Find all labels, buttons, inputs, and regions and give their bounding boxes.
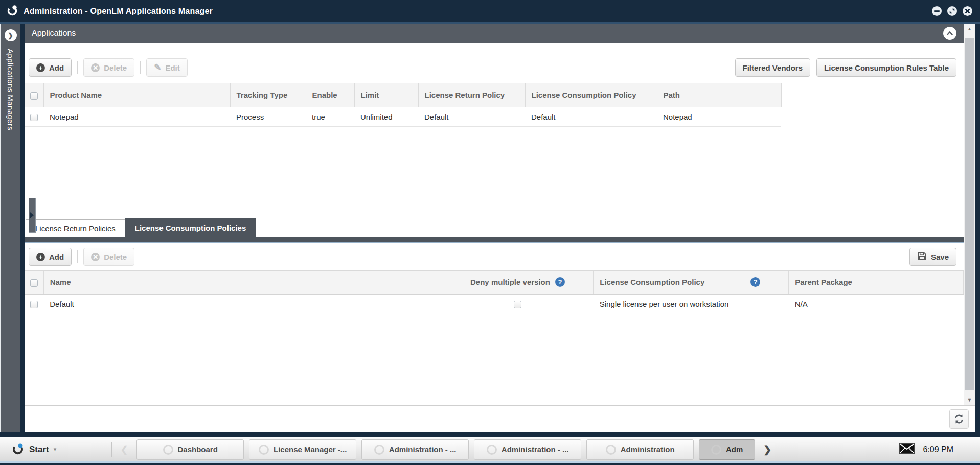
- window-logo-icon: [606, 445, 616, 455]
- filtered-vendors-button[interactable]: Filtered Vendors: [735, 58, 811, 77]
- taskbar-scroll-right-icon[interactable]: ❯: [760, 444, 774, 455]
- applications-panel-header: Applications: [25, 24, 964, 43]
- applications-table: Product Name Tracking Type Enable Limit …: [25, 83, 782, 127]
- help-icon[interactable]: ?: [555, 277, 565, 287]
- applications-table-header-row: Product Name Tracking Type Enable Limit …: [25, 83, 781, 107]
- window-logo-icon: [163, 445, 173, 455]
- sidebar-splitter-handle[interactable]: [29, 198, 36, 233]
- taskbar-button-label: Administration - ...: [502, 445, 569, 454]
- mail-envelope-icon[interactable]: [899, 443, 915, 456]
- add-policy-button[interactable]: + Add: [29, 248, 72, 266]
- tab-license-consumption-policies[interactable]: License Consumption Policies: [125, 218, 256, 237]
- tab-label: License Return Policies: [35, 224, 116, 233]
- taskbar-bottom-strip: [0, 461, 980, 463]
- collapse-panel-button[interactable]: [943, 27, 956, 40]
- row-select-cell: [25, 107, 43, 126]
- column-header-limit[interactable]: Limit: [354, 83, 418, 107]
- cell-license-consumption-policy: Default: [525, 107, 657, 126]
- start-caret-icon: ▾: [54, 446, 57, 453]
- scroll-down-arrow[interactable]: ▼: [964, 395, 975, 405]
- table-row[interactable]: Default Single license per user on works…: [25, 294, 964, 314]
- row-checkbox[interactable]: [30, 114, 38, 121]
- column-header-enable[interactable]: Enable: [306, 83, 354, 107]
- add-application-button[interactable]: + Add: [29, 58, 72, 77]
- openlm-start-logo-icon: [11, 442, 25, 457]
- taskbar-button-dashboard[interactable]: Dashboard: [136, 439, 244, 460]
- applications-panel-title: Applications: [32, 29, 76, 38]
- scroll-up-arrow[interactable]: ▲: [964, 24, 975, 34]
- restore-button[interactable]: [947, 6, 958, 16]
- select-all-header-cell: [25, 271, 43, 294]
- taskbar-button-label: Adm: [726, 445, 743, 454]
- cell-license-consumption-policy: Single license per user on workstation: [594, 294, 789, 314]
- edit-application-button[interactable]: ✎ Edit: [146, 58, 188, 77]
- license-consumption-rules-table-button[interactable]: License Consumption Rules Table: [816, 58, 956, 77]
- taskbar-button-label: Dashboard: [178, 445, 218, 454]
- column-header-tracking-type[interactable]: Tracking Type: [230, 83, 306, 107]
- help-icon[interactable]: ?: [750, 277, 760, 287]
- window-logo-icon: [374, 445, 384, 455]
- column-header-license-return-policy[interactable]: License Return Policy: [418, 83, 525, 107]
- taskbar-button-administration-3[interactable]: Administration: [586, 439, 694, 460]
- window-frame-bottom: [0, 432, 980, 437]
- cell-license-return-policy: Default: [418, 107, 525, 126]
- save-button[interactable]: Save: [909, 248, 956, 266]
- taskbar-button-active-administration[interactable]: Adm: [699, 439, 755, 460]
- taskbar-scroll-left-icon[interactable]: ❮: [117, 444, 131, 455]
- column-header-name[interactable]: Name: [43, 271, 442, 294]
- license-consumption-policy-label: License Consumption Policy: [600, 278, 704, 286]
- column-header-deny-multiple-version[interactable]: Deny multiple version ?: [442, 271, 594, 294]
- sidebar-label: Applications Managers: [6, 49, 15, 130]
- edit-label: Edit: [165, 63, 179, 72]
- toolbar-separator: [140, 61, 141, 74]
- deny-multiple-version-label: Deny multiple version: [470, 278, 550, 286]
- cell-product-name: Notepad: [43, 107, 230, 126]
- scrollbar-thumb[interactable]: [965, 38, 974, 390]
- sidebar-expand-icon[interactable]: ❯: [5, 29, 17, 41]
- start-button[interactable]: Start ▾: [6, 440, 61, 459]
- window-logo-icon: [259, 445, 269, 455]
- x-circle-icon: ✕: [91, 253, 100, 261]
- taskbar-button-license-manager[interactable]: License Manager -...: [249, 439, 356, 460]
- policies-toolbar: + Add ✕ Delete: [25, 243, 964, 271]
- column-header-path[interactable]: Path: [657, 83, 781, 107]
- tab-label: License Consumption Policies: [135, 224, 246, 232]
- tab-license-return-policies[interactable]: License Return Policies: [26, 219, 125, 237]
- refresh-button[interactable]: [949, 409, 969, 429]
- policies-table: Name Deny multiple version ? License Con…: [25, 271, 964, 314]
- filtered-vendors-label: Filtered Vendors: [743, 63, 803, 72]
- openlm-logo-icon: [6, 4, 18, 18]
- cell-name: Default: [43, 294, 442, 314]
- taskbar-button-label: Administration - ...: [389, 445, 457, 454]
- delete-application-button[interactable]: ✕ Delete: [83, 58, 134, 77]
- applications-managers-sidebar: ❯ Applications Managers: [0, 24, 20, 432]
- vertical-scrollbar[interactable]: ▲ ▼: [964, 24, 975, 405]
- row-select-cell: [25, 294, 43, 314]
- taskbar-button-administration-1[interactable]: Administration - ...: [361, 439, 469, 460]
- toolbar-separator: [77, 250, 78, 263]
- start-label: Start: [29, 445, 49, 455]
- cell-enable: true: [306, 107, 354, 126]
- column-header-product-name[interactable]: Product Name: [43, 83, 230, 107]
- deny-multiple-version-checkbox[interactable]: [514, 301, 521, 308]
- taskbar-separator: [111, 442, 112, 457]
- delete-policy-button[interactable]: ✕ Delete: [83, 248, 134, 266]
- cell-limit: Unlimited: [354, 107, 418, 126]
- column-header-license-consumption-policy[interactable]: License Consumption Policy ?: [594, 271, 789, 294]
- taskbar-button-label: License Manager -...: [274, 445, 347, 454]
- table-row[interactable]: Notepad Process true Unlimited Default D…: [25, 107, 781, 126]
- select-all-checkbox[interactable]: [30, 279, 38, 287]
- close-button[interactable]: [962, 6, 973, 16]
- minimize-button[interactable]: [931, 6, 942, 16]
- empty-space: [25, 127, 964, 218]
- row-checkbox[interactable]: [30, 301, 38, 308]
- column-header-parent-package[interactable]: Parent Package: [789, 271, 964, 294]
- select-all-checkbox[interactable]: [30, 92, 38, 100]
- taskbar-tray: 6:09 PM: [899, 443, 974, 456]
- taskbar-button-administration-2[interactable]: Administration - ...: [474, 439, 581, 460]
- cell-deny-multiple-version: [442, 294, 594, 314]
- scroll-region: Applications + Add ✕: [25, 24, 975, 405]
- scrollbar-track[interactable]: [964, 34, 975, 395]
- plus-circle-icon: +: [36, 253, 45, 261]
- column-header-license-consumption-policy[interactable]: License Consumption Policy: [525, 83, 657, 107]
